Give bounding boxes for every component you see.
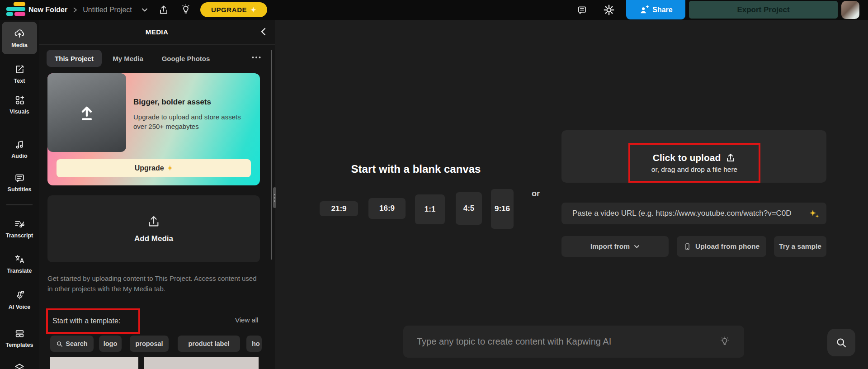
sparkle-icon: ✦ — [167, 164, 173, 172]
template-tag-product-label[interactable]: product label — [178, 336, 240, 352]
breadcrumb-project[interactable]: Untitled Project — [83, 6, 132, 14]
tab-label: My Media — [113, 55, 143, 62]
sidebar-item-text[interactable]: Text — [0, 63, 39, 85]
promo-body: Upgrade to upload and store assets over … — [133, 112, 255, 131]
video-url-field[interactable] — [561, 203, 826, 224]
template-tag-proposal[interactable]: proposal — [130, 336, 169, 352]
microphone-icon — [14, 290, 25, 301]
video-url-input[interactable] — [571, 208, 808, 218]
try-a-sample-button[interactable]: Try a sample — [774, 236, 826, 257]
share-button-label: Share — [652, 6, 672, 14]
click-to-upload-dropzone[interactable]: Click to upload or, drag and drop a file… — [561, 130, 826, 183]
search-button[interactable] — [827, 329, 855, 356]
template-tag-clipped[interactable]: ho — [246, 336, 262, 352]
or-separator: or — [526, 189, 546, 199]
sidebar-item-translate[interactable]: Translate — [0, 253, 39, 274]
add-media-label: Add Media — [134, 234, 173, 243]
top-bar: New Folder Untitled Project UPGRADE ✦ — [0, 0, 868, 20]
sidebar-item-transcript[interactable]: Transcript — [0, 218, 39, 239]
more-options-icon[interactable] — [250, 52, 262, 63]
upload-from-phone-button[interactable]: Upload from phone — [677, 236, 766, 257]
project-menu-caret[interactable] — [141, 7, 148, 13]
user-avatar[interactable] — [841, 1, 859, 19]
ratio-label: 4:5 — [463, 204, 475, 213]
blank-canvas-title: Start with a blank canvas — [271, 163, 561, 175]
add-person-icon — [639, 5, 649, 14]
panel-resize-handle[interactable] — [273, 187, 276, 208]
phone-icon — [684, 242, 691, 251]
template-thumbnail[interactable] — [144, 357, 259, 369]
panel-scrollbar[interactable] — [271, 50, 272, 260]
idea-lightbulb-icon[interactable] — [719, 336, 731, 348]
collapse-panel-button[interactable] — [259, 26, 269, 38]
ratio-label: 21:9 — [331, 204, 346, 213]
sidebar-label: Media — [11, 42, 27, 48]
sidebar-label: Translate — [7, 268, 32, 274]
shapes-icon — [14, 95, 25, 106]
sidebar-label: Templates — [6, 342, 33, 348]
import-from-button[interactable]: Import from — [561, 236, 669, 257]
kapwing-ai-bar — [403, 326, 744, 358]
upload-from-phone-label: Upload from phone — [695, 242, 760, 251]
layers-diamond-icon — [14, 362, 25, 369]
upload-cloud-icon — [14, 28, 25, 39]
upgrade-promo-card: Bigger, bolder assets Upgrade to upload … — [47, 73, 260, 185]
template-thumbnail[interactable] — [50, 357, 138, 369]
template-search-tag[interactable]: Search — [50, 336, 94, 352]
export-project-label: Export Project — [737, 5, 789, 14]
logo-bar-yellow — [14, 2, 25, 6]
search-icon — [56, 341, 63, 347]
export-share-icon[interactable] — [158, 4, 170, 16]
settings-gear-icon[interactable] — [603, 4, 615, 16]
sidebar-item-more[interactable] — [0, 362, 39, 369]
comments-icon[interactable] — [577, 5, 587, 15]
upgrade-button[interactable]: UPGRADE ✦ — [200, 2, 267, 17]
promo-upgrade-button[interactable]: Upgrade ✦ — [57, 159, 251, 177]
kapwing-ai-input[interactable] — [416, 336, 698, 347]
kapwing-logo[interactable] — [6, 2, 26, 17]
ratio-4-5-button[interactable]: 4:5 — [456, 192, 482, 225]
import-from-label: Import from — [590, 242, 630, 251]
panel-title: MEDIA — [39, 28, 275, 36]
tab-my-media[interactable]: My Media — [108, 50, 148, 67]
sidebar-item-templates[interactable]: Templates — [0, 327, 39, 349]
sidebar-item-media[interactable]: Media — [2, 22, 37, 54]
ratio-21-9-button[interactable]: 21:9 — [320, 201, 358, 216]
promo-upgrade-label: Upgrade — [135, 164, 164, 172]
tab-google-photos[interactable]: Google Photos — [157, 50, 214, 67]
breadcrumb-folder[interactable]: New Folder — [28, 6, 67, 14]
media-panel: MEDIA This Project My Media Google Photo… — [39, 20, 275, 369]
breadcrumb: New Folder Untitled Project — [28, 0, 132, 20]
ratio-1-1-button[interactable]: 1:1 — [415, 194, 445, 224]
templates-grid-icon — [14, 328, 25, 339]
sidebar-item-visuals[interactable]: Visuals — [0, 94, 39, 115]
tab-label: This Project — [55, 55, 94, 62]
promo-photo — [47, 73, 126, 152]
upload-subtitle: or, drag and drop a file here — [651, 166, 737, 174]
tab-this-project[interactable]: This Project — [47, 50, 102, 67]
sparkles-icon — [808, 208, 820, 220]
sidebar-label: Visuals — [9, 109, 29, 115]
media-panel-header: MEDIA — [39, 20, 275, 45]
add-media-dropzone[interactable]: Add Media — [47, 195, 260, 262]
export-project-button[interactable]: Export Project — [689, 1, 838, 19]
ratio-9-16-button[interactable]: 9:16 — [491, 189, 514, 229]
promo-title: Bigger, bolder assets — [133, 98, 211, 107]
ratio-label: 1:1 — [425, 205, 436, 214]
sidebar-divider — [6, 204, 33, 205]
view-all-link[interactable]: View all — [232, 316, 261, 324]
search-icon — [835, 336, 848, 349]
annotation-box-upload: Click to upload or, drag and drop a file… — [628, 143, 760, 183]
get-started-text: Get started by uploading content to This… — [47, 273, 260, 294]
sidebar-item-audio[interactable]: Audio — [0, 138, 39, 160]
ratio-16-9-button[interactable]: 16:9 — [368, 198, 406, 219]
ratio-label: 9:16 — [495, 204, 510, 213]
template-tag-logo[interactable]: logo — [99, 336, 122, 352]
upgrade-button-label: UPGRADE — [211, 6, 247, 14]
share-button[interactable]: Share — [626, 0, 685, 19]
tab-label: Google Photos — [162, 55, 210, 62]
logo-bar-teal — [6, 7, 25, 11]
sidebar-item-subtitles[interactable]: Subtitles — [0, 172, 39, 193]
lightbulb-icon[interactable] — [179, 4, 192, 16]
sidebar-item-ai-voice[interactable]: AI Voice — [0, 289, 39, 311]
